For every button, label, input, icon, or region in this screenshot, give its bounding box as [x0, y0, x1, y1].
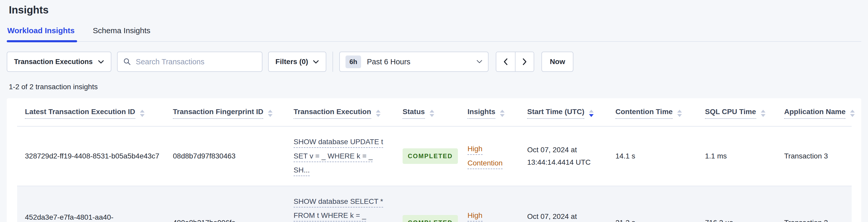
column-header-start-time[interactable]: Start Time (UTC)	[519, 98, 608, 126]
next-time-range-button[interactable]	[515, 52, 534, 71]
sort-icon-descending-active	[589, 110, 594, 117]
cell-insights: High Contention	[460, 186, 519, 222]
column-header-status[interactable]: Status	[395, 98, 460, 126]
column-header-application-name[interactable]: Application Name	[776, 98, 851, 126]
table-row: 328729d2-ff19-4408-8531-b05a5b4e43c7 08d…	[17, 126, 851, 186]
cell-status: COMPLETED	[395, 186, 460, 222]
sort-icon	[761, 110, 766, 117]
column-header-insights[interactable]: Insights	[460, 98, 519, 126]
insights-table-card: Latest Transaction Execution ID Transact…	[7, 98, 861, 222]
results-count: 1-2 of 2 transaction insights	[7, 83, 861, 91]
insights-page: Insights Workload Insights Schema Insigh…	[0, 0, 868, 222]
chevron-down-icon	[98, 60, 104, 64]
sort-icon	[140, 110, 145, 117]
sort-icon	[677, 110, 682, 117]
cell-start-time: Oct 07, 2024 at 13:44:14.4414 UTC	[519, 126, 608, 186]
chevron-right-icon	[522, 58, 527, 66]
now-button[interactable]: Now	[541, 52, 574, 72]
cell-application-name: Transaction 3	[776, 126, 851, 186]
transaction-insights-table: Latest Transaction Execution ID Transact…	[17, 98, 851, 222]
cell-sql-cpu-time: 1.1 ms	[697, 126, 776, 186]
toolbar-divider	[333, 52, 333, 72]
status-badge: COMPLETED	[403, 215, 458, 222]
chevron-down-icon	[476, 60, 482, 64]
tab-workload-insights-label: Workload Insights	[7, 26, 74, 35]
cell-execution-id: 328729d2-ff19-4408-8531-b05a5b4e43c7	[17, 126, 165, 186]
transaction-statement-link[interactable]: SHOW database UPDATE t SET v = _ WHERE k…	[293, 138, 383, 176]
table-header-row: Latest Transaction Execution ID Transact…	[17, 98, 851, 126]
cell-fingerprint-id: 08d8b7d97f830463	[165, 126, 286, 186]
search-input[interactable]	[135, 57, 256, 66]
column-header-transaction-execution[interactable]: Transaction Execution	[286, 98, 395, 126]
column-header-latest-transaction-execution-id[interactable]: Latest Transaction Execution ID	[17, 98, 165, 126]
now-button-label: Now	[550, 58, 565, 66]
cell-transaction-execution: SHOW database SELECT * FROM t WHERE k = …	[286, 186, 395, 222]
cell-contention-time: 14.1 s	[608, 126, 697, 186]
tab-bar: Workload Insights Schema Insights	[7, 26, 861, 42]
sort-icon	[268, 110, 273, 117]
tab-schema-insights[interactable]: Schema Insights	[93, 26, 150, 41]
search-box[interactable]	[117, 52, 262, 72]
previous-time-range-button[interactable]	[496, 52, 515, 71]
cell-fingerprint-id: 480a8b217be006fe	[165, 186, 286, 222]
filters-dropdown[interactable]: Filters (0)	[268, 52, 326, 72]
cell-sql-cpu-time: 716.3 µs	[697, 186, 776, 222]
sort-icon	[376, 110, 380, 117]
column-header-transaction-fingerprint-id[interactable]: Transaction Fingerprint ID	[165, 98, 286, 126]
active-tab-indicator	[7, 40, 77, 42]
column-header-sql-cpu-time[interactable]: SQL CPU Time	[697, 98, 776, 126]
time-range-nav	[496, 52, 534, 72]
search-icon	[123, 58, 131, 66]
high-contention-link[interactable]: High Contention	[467, 145, 502, 169]
toolbar: Transaction Executions Filters (0) 6h Pa…	[7, 52, 861, 72]
tab-schema-insights-label: Schema Insights	[93, 26, 150, 35]
chevron-down-icon	[313, 60, 319, 64]
workload-type-dropdown[interactable]: Transaction Executions	[7, 52, 111, 72]
workload-type-dropdown-label: Transaction Executions	[14, 58, 93, 66]
table-row: 452da3e7-e7fa-4801-aa40-c59988d14eb6 480…	[17, 186, 851, 222]
cell-contention-time: 21.3 s	[608, 186, 697, 222]
time-range-label: Past 6 Hours	[367, 58, 410, 66]
chevron-left-icon	[503, 58, 508, 66]
status-badge: COMPLETED	[403, 148, 458, 164]
transaction-statement-link[interactable]: SHOW database SELECT * FROM t WHERE k = …	[293, 197, 383, 222]
sort-icon	[850, 110, 855, 117]
sort-icon	[430, 110, 434, 117]
cell-transaction-execution: SHOW database UPDATE t SET v = _ WHERE k…	[286, 126, 395, 186]
cell-execution-id: 452da3e7-e7fa-4801-aa40-c59988d14eb6	[17, 186, 165, 222]
cell-insights: High Contention	[460, 126, 519, 186]
filters-dropdown-label: Filters (0)	[275, 58, 308, 66]
cell-start-time: Oct 07, 2024 at 13:44:07.447 UTC	[519, 186, 608, 222]
high-contention-link[interactable]: High Contention	[467, 211, 502, 222]
time-range-badge: 6h	[345, 56, 361, 68]
cell-status: COMPLETED	[395, 126, 460, 186]
column-header-contention-time[interactable]: Contention Time	[608, 98, 697, 126]
cell-application-name: Transaction 2	[776, 186, 851, 222]
sort-icon	[500, 110, 505, 117]
page-title: Insights	[7, 0, 861, 16]
tab-workload-insights[interactable]: Workload Insights	[7, 26, 74, 41]
time-range-picker[interactable]: 6h Past 6 Hours	[339, 52, 489, 72]
